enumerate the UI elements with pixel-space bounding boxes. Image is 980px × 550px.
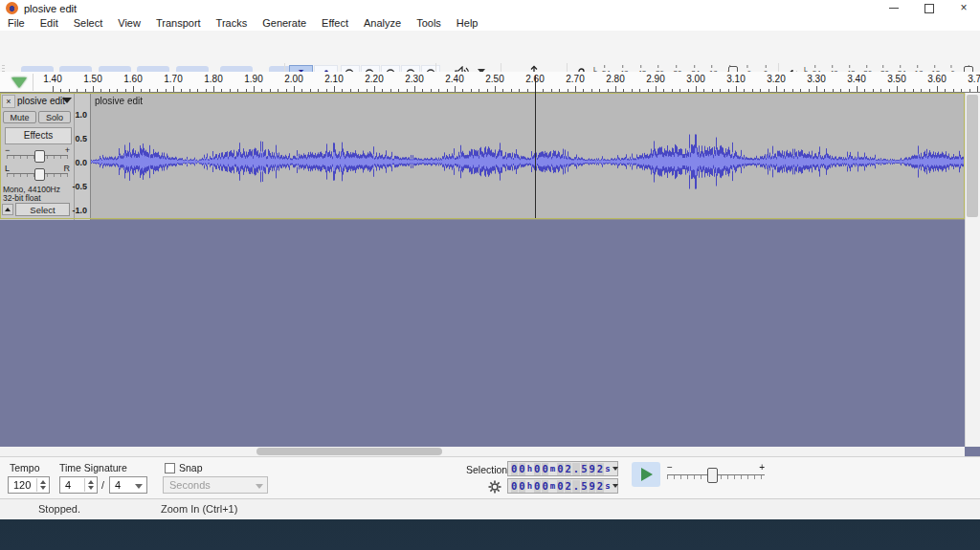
snap-mode-value: Seconds [169, 479, 211, 491]
ruler-separator [33, 74, 33, 91]
gain-slider-thumb[interactable] [34, 150, 45, 163]
track-select-button[interactable]: Select [15, 203, 70, 216]
ts-upper-spinner[interactable] [84, 478, 96, 492]
menu-analyze[interactable]: Analyze [356, 16, 409, 31]
waveform-area[interactable]: plosive edit [91, 93, 965, 220]
snap-checkbox[interactable] [165, 463, 175, 473]
ruler-label-2.20: 2.20 [365, 74, 383, 84]
audacity-window: plosive edit × FileEditSelectViewTranspo… [0, 0, 980, 550]
time-digit: 2 [565, 463, 571, 475]
time-field-caret-icon[interactable] [612, 467, 618, 471]
play-speed-slider[interactable]: − + [667, 462, 765, 485]
ts-slash: / [101, 479, 104, 491]
menu-tracks[interactable]: Tracks [209, 16, 256, 31]
horizontal-scrollbar-thumb[interactable] [256, 448, 442, 455]
minimize-button[interactable] [879, 0, 911, 16]
timeline-options-icon[interactable] [11, 77, 27, 88]
time-unit: s [605, 464, 610, 473]
ruler-label-2.10: 2.10 [324, 74, 343, 84]
track-close-button[interactable]: × [2, 95, 15, 108]
timeline-ruler[interactable]: 1.401.501.601.701.801.902.002.102.202.30… [0, 72, 980, 93]
time-unit: h [527, 464, 532, 473]
tempo-label: Tempo [10, 462, 40, 473]
time-digit: 0 [557, 463, 564, 475]
maximize-button[interactable] [913, 0, 946, 16]
selection-start-field[interactable]: 00h00m02.592s [507, 461, 618, 476]
ruler-label-3.20: 3.20 [767, 74, 785, 84]
time-unit: s [605, 481, 610, 491]
clip-label: plosive edit [95, 96, 143, 106]
time-digit: . [572, 480, 579, 493]
vertical-scale-ruler[interactable]: 1.00.50.0-0.5-1.0 [75, 93, 91, 220]
window-title: plosive edit [24, 3, 77, 14]
track-menu-caret-icon[interactable] [62, 98, 72, 103]
horizontal-scrollbar[interactable] [0, 447, 965, 456]
menu-select[interactable]: Select [66, 16, 111, 31]
title-bar: plosive edit × [0, 0, 980, 17]
snap-caret-icon [256, 484, 263, 489]
time-digit: 5 [581, 463, 588, 475]
waveform-canvas[interactable] [91, 94, 965, 219]
time-digit: 0 [511, 463, 518, 475]
vertical-scrollbar-thumb[interactable] [967, 95, 978, 217]
menu-bar: FileEditSelectViewTransportTracksGenerat… [0, 16, 980, 31]
ruler-label-1.70: 1.70 [164, 74, 182, 84]
speed-slider-thumb[interactable] [707, 468, 718, 483]
snap-mode-select[interactable]: Seconds [163, 476, 268, 494]
tempo-input[interactable]: 120 [8, 476, 50, 494]
solo-button[interactable]: Solo [38, 111, 71, 123]
menu-generate[interactable]: Generate [255, 16, 314, 31]
mute-button[interactable]: Mute [3, 111, 36, 123]
audacity-logo-icon [6, 2, 18, 14]
tempo-spinner[interactable] [36, 478, 48, 492]
time-digit: 9 [589, 480, 595, 493]
time-signature-lower-select[interactable]: 4 [109, 476, 147, 494]
scale--0.5: -0.5 [72, 182, 87, 191]
menu-effect[interactable]: Effect [314, 16, 356, 31]
menu-file[interactable]: File [0, 16, 33, 31]
collapse-track-button[interactable] [2, 204, 13, 215]
time-digit: 0 [542, 463, 548, 475]
menu-view[interactable]: View [110, 16, 148, 31]
ruler-label-2.40: 2.40 [445, 74, 463, 84]
gain-minus-label: − [5, 145, 10, 155]
maximize-icon [924, 4, 934, 13]
time-unit: h [527, 481, 532, 491]
track-name[interactable]: plosive edit [17, 96, 65, 106]
speed-minus-label: − [667, 462, 673, 473]
menu-tools[interactable]: Tools [409, 16, 449, 31]
menu-transport[interactable]: Transport [148, 16, 209, 31]
ruler-label-2.90: 2.90 [646, 74, 664, 84]
ts-lower-value: 4 [115, 479, 121, 491]
menu-edit[interactable]: Edit [33, 16, 66, 31]
status-state: Stopped. [38, 503, 80, 515]
tempo-value: 120 [13, 479, 31, 491]
time-digit: 2 [596, 463, 603, 475]
ts-upper-value: 4 [65, 479, 71, 491]
snap-label: Snap [179, 462, 203, 473]
ruler-label-2.00: 2.00 [284, 74, 302, 84]
effects-button[interactable]: Effects [5, 127, 72, 144]
close-button[interactable]: × [947, 0, 980, 16]
time-digit: 0 [542, 480, 548, 493]
time-digit: 2 [565, 480, 571, 493]
ruler-label-3.30: 3.30 [807, 74, 825, 84]
ruler-label-3.70: 3.70 [968, 74, 980, 84]
ruler-label-2.70: 2.70 [566, 74, 584, 84]
time-field-caret-icon[interactable] [612, 484, 618, 488]
pan-slider[interactable]: L R [5, 165, 70, 179]
selection-settings-gear-icon[interactable] [488, 480, 501, 494]
speed-plus-label: + [759, 462, 765, 473]
time-digit: . [572, 463, 579, 475]
pan-left-label: L [5, 164, 10, 173]
time-unit: m [550, 481, 555, 491]
play-at-speed-button[interactable] [632, 462, 660, 487]
minimize-icon [889, 8, 899, 9]
pan-slider-thumb[interactable] [34, 168, 45, 181]
menu-help[interactable]: Help [449, 16, 486, 31]
time-signature-label: Time Signature [59, 462, 127, 473]
gain-slider[interactable]: − + [5, 147, 70, 161]
windows-taskbar: Search 9:37 AM 2/15/2024 [0, 519, 980, 550]
selection-end-field[interactable]: 00h00m02.592s [507, 478, 618, 494]
time-signature-upper-input[interactable]: 4 [59, 476, 98, 494]
